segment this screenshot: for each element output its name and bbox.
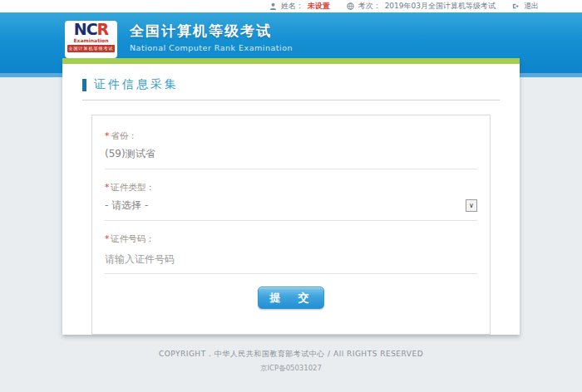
submit-button[interactable]: 提 交	[258, 287, 324, 309]
logo-subtext: Examination	[74, 37, 109, 43]
cert-type-label: 证件类型：	[111, 182, 155, 192]
submit-row: 提 交	[105, 287, 477, 309]
cert-type-selected-value: - 请选择 -	[105, 198, 148, 213]
cert-number-input[interactable]	[105, 253, 477, 265]
required-asterisk: *	[105, 233, 109, 243]
logo-banner: 全国计算机等级考试	[67, 45, 115, 52]
province-label-row: *省份：	[105, 130, 477, 142]
section-header: 证件信息采集	[82, 77, 500, 100]
name-value: 未设置	[308, 1, 330, 12]
logout-button[interactable]: 退出	[524, 1, 539, 12]
province-field: *省份： (59)测试省	[105, 130, 477, 169]
user-info-bar: 姓名： 未设置 考次： 2019年03月全国计算机等级考试 退出	[269, 1, 539, 12]
logo-abbr: NCR	[74, 22, 109, 37]
page-footer: COPYRIGHT . 中华人民共和国教育部考试中心 / All RIGHTS …	[0, 349, 582, 374]
cert-number-label-row: *证件号码：	[105, 233, 477, 245]
green-accent-strip	[62, 58, 520, 64]
page-title: 证件信息采集	[94, 77, 179, 92]
name-label: 姓名：	[281, 1, 303, 12]
copyright-line: COPYRIGHT . 中华人民共和国教育部考试中心 / All RIGHTS …	[0, 349, 582, 360]
session-value: 2019年03月全国计算机等级考试	[385, 1, 496, 12]
site-title: 全国计算机等级考试	[130, 22, 293, 41]
province-label: 省份：	[111, 130, 137, 140]
cert-type-select[interactable]: - 请选择 - ∨	[105, 198, 477, 213]
cert-type-label-row: *证件类型：	[105, 182, 477, 194]
icp-line: 京ICP备05031027	[0, 364, 582, 374]
content-panel: 证件信息采集 *省份： (59)测试省 *证件类型： - 请选择 - ∨ *证件…	[62, 58, 520, 335]
required-asterisk: *	[105, 182, 109, 192]
cert-number-field: *证件号码：	[105, 233, 477, 274]
id-info-form: *省份： (59)测试省 *证件类型： - 请选择 - ∨ *证件号码： 提 交	[91, 115, 491, 335]
site-subtitle: National Computer Rank Examination	[130, 43, 293, 52]
topbar: 姓名： 未设置 考次： 2019年03月全国计算机等级考试 退出	[0, 0, 582, 12]
logout-icon	[512, 2, 520, 10]
session-label: 考次：	[358, 1, 381, 12]
header-titles: 全国计算机等级考试 National Computer Rank Examina…	[130, 22, 293, 52]
required-asterisk: *	[105, 130, 109, 140]
province-value: (59)测试省	[105, 147, 477, 161]
ncre-logo: NCR Examination 全国计算机等级考试	[65, 21, 117, 58]
logo-abbr-r: R	[97, 21, 109, 38]
cert-type-field: *证件类型： - 请选择 - ∨	[105, 182, 477, 221]
chevron-down-icon[interactable]: ∨	[466, 199, 477, 212]
logo-abbr-nc: NC	[74, 21, 97, 38]
globe-icon	[347, 2, 354, 10]
section-accent-bar	[82, 79, 86, 91]
cert-number-label: 证件号码：	[111, 233, 155, 243]
user-icon	[269, 2, 277, 10]
